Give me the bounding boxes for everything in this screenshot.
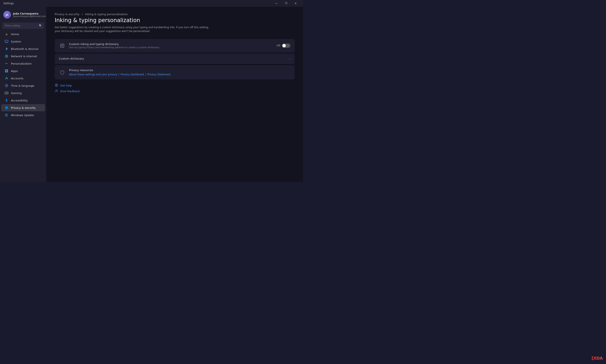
- sidebar: JC João Carrasqueira joaocarrasqueira@ho…: [0, 7, 46, 182]
- give-feedback-link[interactable]: Give feedback: [55, 89, 295, 93]
- sidebar-item-apps[interactable]: Apps: [1, 67, 45, 75]
- sidebar-item-gaming[interactable]: Gaming: [1, 90, 45, 97]
- sidebar-item-label: Personalization: [11, 62, 32, 65]
- system-icon: [5, 39, 8, 43]
- sidebar-item-accessibility[interactable]: Accessibility: [1, 97, 45, 104]
- custom-inking-card: Custom inking and typing dictionary Use …: [55, 39, 295, 52]
- avatar-inner: JC: [3, 11, 11, 18]
- avatar: JC: [3, 11, 11, 18]
- get-help-link[interactable]: ? Get help: [55, 84, 295, 88]
- titlebar: Settings — ❐ ✕: [0, 0, 303, 7]
- personalization-icon: ✏️: [5, 62, 8, 65]
- custom-dictionary-card: Custom dictionary ›: [55, 54, 295, 64]
- sidebar-item-label: Bluetooth & devices: [11, 47, 39, 51]
- sidebar-item-label: Home: [11, 33, 19, 36]
- accounts-icon: [5, 76, 8, 80]
- sidebar-nav: ⌂ Home System Bl: [0, 30, 46, 119]
- update-icon: [5, 113, 8, 117]
- sidebar-item-bluetooth[interactable]: Bluetooth & devices: [1, 45, 45, 52]
- page-title: Inking & typing personalization: [55, 17, 295, 23]
- dict-title: Custom dictionary: [59, 57, 286, 60]
- titlebar-controls: — ❐ ✕: [271, 0, 300, 7]
- inking-subtitle: Use my typing history and handwriting pa…: [69, 46, 273, 49]
- svg-point-17: [6, 99, 7, 100]
- bluetooth-icon: [5, 47, 8, 51]
- svg-text:?: ?: [56, 84, 57, 87]
- inking-title: Custom inking and typing dictionary: [69, 42, 273, 46]
- sidebar-item-update[interactable]: Windows Update: [1, 112, 45, 119]
- inking-text: Custom inking and typing dictionary Use …: [69, 42, 273, 49]
- inking-toggle-container: Off: [276, 44, 290, 48]
- svg-rect-8: [5, 71, 6, 72]
- profile-email: joaocarrasqueira@hotmail.com: [13, 15, 46, 17]
- svg-rect-0: [5, 40, 8, 42]
- sidebar-item-label: Accounts: [11, 77, 23, 80]
- search-icon: 🔍: [39, 24, 42, 27]
- sidebar-item-label: System: [11, 40, 21, 43]
- about-settings-link[interactable]: About these settings and your privacy: [69, 73, 117, 76]
- profile-info: João Carrasqueira joaocarrasqueira@hotma…: [13, 12, 46, 17]
- search-input[interactable]: [2, 23, 44, 29]
- avatar-initials: JC: [6, 13, 9, 16]
- privacy-dashboard-link[interactable]: Privacy dashboard: [121, 73, 144, 76]
- privacy-sep-2: |: [145, 73, 146, 76]
- breadcrumb-parent[interactable]: Privacy & security: [55, 13, 79, 16]
- sidebar-item-label: Privacy & security: [11, 106, 36, 109]
- gaming-icon: [5, 91, 8, 95]
- minimize-button[interactable]: —: [271, 0, 281, 7]
- svg-point-15: [7, 92, 8, 93]
- privacy-statement-link[interactable]: Privacy Statement: [147, 73, 170, 76]
- privacy-res-title: Privacy resources: [69, 69, 171, 72]
- privacy-res-content: Privacy resources About these settings a…: [69, 69, 171, 76]
- svg-point-25: [56, 90, 57, 91]
- get-help-label: Get help: [60, 84, 72, 87]
- app-layout: JC João Carrasqueira joaocarrasqueira@ho…: [0, 7, 303, 182]
- get-help-icon: ?: [55, 84, 58, 88]
- network-icon: [5, 54, 8, 58]
- chevron-right-icon: ›: [289, 57, 290, 61]
- dict-text: Custom dictionary: [59, 57, 286, 61]
- toggle-knob: [282, 44, 286, 47]
- privacy-sep-1: |: [118, 73, 119, 76]
- home-icon: ⌂: [5, 32, 8, 36]
- svg-rect-9: [7, 71, 8, 72]
- sidebar-item-accounts[interactable]: Accounts: [1, 75, 45, 82]
- close-button[interactable]: ✕: [291, 0, 300, 7]
- custom-dictionary-row[interactable]: Custom dictionary ›: [55, 54, 295, 64]
- privacy-res-links: About these settings and your privacy | …: [69, 73, 171, 76]
- main-content: Privacy & security > Inking & typing per…: [46, 7, 303, 182]
- sidebar-item-label: Accessibility: [11, 99, 28, 102]
- sidebar-item-personalization[interactable]: ✏️ Personalization: [1, 60, 45, 67]
- maximize-button[interactable]: ❐: [281, 0, 291, 7]
- sidebar-item-privacy[interactable]: Privacy & security: [1, 104, 45, 111]
- apps-icon: [5, 69, 8, 73]
- sidebar-item-time[interactable]: Time & language: [1, 82, 45, 89]
- give-feedback-label: Give feedback: [60, 90, 80, 93]
- search-box: 🔍: [2, 23, 44, 29]
- privacy-icon: [5, 106, 8, 110]
- sidebar-item-label: Apps: [11, 69, 18, 73]
- profile-section[interactable]: JC João Carrasqueira joaocarrasqueira@ho…: [0, 8, 46, 22]
- accessibility-icon: [5, 98, 8, 102]
- privacy-shield-icon: [59, 69, 66, 76]
- toggle-label: Off: [276, 44, 280, 47]
- privacy-resources-card: Privacy resources About these settings a…: [55, 65, 295, 79]
- inking-toggle[interactable]: [282, 44, 290, 48]
- breadcrumb-current: Inking & typing personalization: [85, 13, 128, 16]
- sidebar-item-label: Time & language: [11, 84, 34, 87]
- custom-inking-row[interactable]: Custom inking and typing dictionary Use …: [55, 39, 295, 52]
- sidebar-item-system[interactable]: System: [1, 38, 45, 45]
- breadcrumb: Privacy & security > Inking & typing per…: [55, 13, 295, 16]
- sidebar-item-network[interactable]: Network & internet: [1, 52, 45, 60]
- sidebar-item-label: Network & internet: [11, 55, 37, 58]
- inking-icon: [59, 42, 66, 49]
- profile-name: João Carrasqueira: [13, 12, 46, 15]
- svg-rect-6: [5, 69, 6, 71]
- sidebar-item-label: Gaming: [11, 91, 22, 95]
- titlebar-left: Settings: [2, 2, 14, 5]
- bottom-links: ? Get help Give feedback: [55, 84, 295, 93]
- page-description: Get better suggestions by creating a cus…: [55, 26, 215, 33]
- give-feedback-icon: [55, 89, 58, 93]
- svg-point-16: [7, 93, 8, 94]
- sidebar-item-home[interactable]: ⌂ Home: [1, 30, 45, 38]
